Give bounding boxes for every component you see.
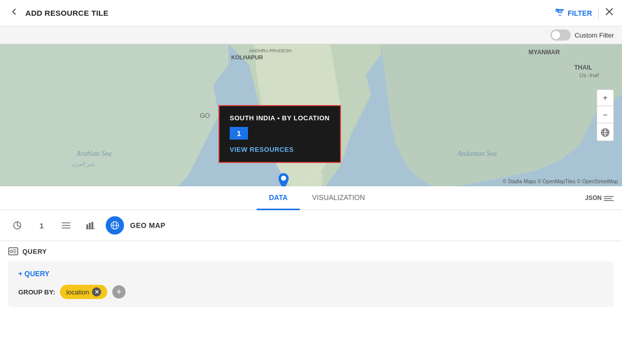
popup-title: SOUTH INDIA • BY LOCATION bbox=[230, 114, 330, 122]
page-title: ADD RESOURCE TILE bbox=[25, 9, 108, 17]
query-box: + QUERY GROUP BY: location ✕ + bbox=[8, 261, 614, 307]
geomap-label: GEO MAP bbox=[130, 221, 166, 229]
view-list-button[interactable] bbox=[57, 216, 75, 235]
group-by-label: GROUP BY: bbox=[18, 288, 55, 296]
tab-visualization[interactable]: VISUALIZATION bbox=[300, 186, 377, 210]
header-left: ADD RESOURCE TILE bbox=[8, 6, 108, 20]
svg-text:THAIL: THAIL bbox=[574, 64, 592, 71]
zoom-in-button[interactable]: + bbox=[597, 90, 613, 106]
map-area: Arabian Sea بحر العرب Andaman Sea KOLHAP… bbox=[0, 44, 622, 186]
header-right: FILTER bbox=[555, 7, 614, 19]
tabs-row: DATA VISUALIZATION JSON bbox=[0, 186, 622, 210]
map-controls: + − bbox=[597, 89, 614, 141]
map-attribution: © Stadia Maps © OpenMapTiles © OpenStree… bbox=[503, 179, 618, 184]
custom-filter-toggle[interactable] bbox=[550, 29, 571, 41]
filter-label: FILTER bbox=[568, 9, 592, 17]
svg-text:ANDHRA PRADESH: ANDHRA PRADESH bbox=[249, 48, 292, 53]
custom-filter-row: Custom Filter bbox=[0, 26, 622, 44]
header: ADD RESOURCE TILE FILTER bbox=[0, 0, 622, 26]
globe-button[interactable] bbox=[597, 124, 613, 141]
json-lines-icon bbox=[604, 196, 614, 201]
location-tag-text: location bbox=[66, 288, 89, 296]
tabs-center: DATA VISUALIZATION bbox=[257, 186, 377, 210]
view-number-icon: 1 bbox=[40, 221, 44, 230]
svg-rect-29 bbox=[91, 222, 94, 229]
custom-filter-label: Custom Filter bbox=[575, 31, 614, 39]
popup-view-resources-link[interactable]: VIEW RESOURCES bbox=[230, 146, 294, 153]
svg-rect-27 bbox=[86, 224, 88, 229]
json-controls: JSON bbox=[585, 194, 614, 202]
filter-icon bbox=[555, 9, 565, 18]
svg-text:Us.-Inaf: Us.-Inaf bbox=[579, 72, 599, 78]
view-radial-button[interactable] bbox=[8, 216, 26, 235]
location-tag: location ✕ bbox=[60, 285, 107, 299]
location-tag-remove-button[interactable]: ✕ bbox=[92, 287, 101, 296]
svg-text:Arabian Sea: Arabian Sea bbox=[76, 150, 112, 157]
json-line-1 bbox=[604, 196, 614, 197]
add-tag-button[interactable]: + bbox=[112, 285, 126, 299]
filter-button[interactable]: FILTER bbox=[555, 9, 592, 18]
view-bar-button[interactable] bbox=[81, 216, 100, 235]
svg-point-15 bbox=[281, 176, 286, 181]
query-label: QUERY bbox=[22, 248, 47, 255]
add-query-button[interactable]: + QUERY bbox=[18, 270, 49, 278]
zoom-out-button[interactable]: − bbox=[597, 107, 613, 123]
json-line-2 bbox=[604, 198, 612, 199]
tab-data[interactable]: DATA bbox=[257, 186, 300, 210]
svg-line-23 bbox=[17, 225, 20, 227]
map-popup: SOUTH INDIA • BY LOCATION 1 VIEW RESOURC… bbox=[219, 105, 341, 163]
query-header: QUERY bbox=[8, 247, 614, 255]
svg-point-35 bbox=[10, 250, 13, 253]
view-number-button[interactable]: 1 bbox=[33, 216, 51, 235]
svg-text:GO: GO bbox=[200, 112, 210, 119]
group-by-row: GROUP BY: location ✕ + bbox=[18, 285, 604, 299]
map-pin bbox=[276, 172, 291, 186]
popup-count: 1 bbox=[230, 127, 248, 140]
header-divider bbox=[598, 7, 599, 19]
json-button[interactable]: JSON bbox=[585, 194, 602, 202]
back-button[interactable] bbox=[8, 6, 20, 20]
query-section: QUERY + QUERY GROUP BY: location ✕ + bbox=[0, 241, 622, 313]
toggle-slider bbox=[550, 29, 571, 41]
svg-text:بحر العرب: بحر العرب bbox=[71, 161, 95, 168]
svg-text:KOLHAPUR: KOLHAPUR bbox=[231, 54, 263, 60]
query-icon bbox=[8, 247, 18, 255]
svg-rect-28 bbox=[89, 223, 91, 229]
svg-text:MYANMAR: MYANMAR bbox=[528, 49, 560, 56]
view-type-row: 1 GEO MAP bbox=[0, 210, 622, 241]
json-line-3 bbox=[604, 200, 614, 201]
view-geomap-button[interactable] bbox=[106, 216, 124, 235]
add-query-label: + QUERY bbox=[18, 270, 49, 278]
svg-text:Andaman Sea: Andaman Sea bbox=[457, 150, 496, 157]
close-button[interactable] bbox=[605, 7, 614, 19]
